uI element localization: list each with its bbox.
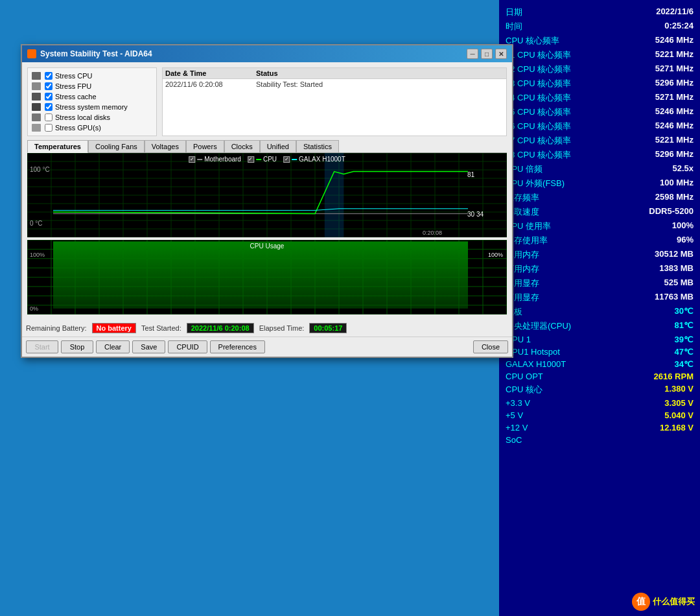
stop-button[interactable]: Stop: [61, 340, 93, 353]
right-panel-row: 可用显存11763 MB: [506, 290, 694, 305]
right-panel-row: CPU 倍频52.5x: [506, 162, 694, 176]
right-panel-value: 39℃: [675, 335, 694, 344]
right-panel-row: #4 CPU 核心频率5271 MHz: [506, 91, 694, 105]
right-panel-label: CPU 外频(FSB): [506, 178, 565, 189]
right-panel-row: 存取速度DDR5-5200: [506, 205, 694, 219]
right-panel-row: GPU 139℃: [506, 333, 694, 346]
checkbox-fpu[interactable]: [45, 82, 52, 90]
right-panel-value: 5271 MHz: [655, 64, 694, 75]
right-panel-label: GPU1 Hotspot: [506, 347, 560, 357]
right-panel-value: 52.5x: [672, 163, 694, 175]
checkbox-disk[interactable]: [45, 113, 52, 121]
title-bar-left: System Stability Test - AIDA64: [27, 49, 152, 58]
battery-label: Remaining Battery:: [26, 324, 87, 332]
log-datetime: 2022/11/6 0:20:08: [165, 80, 256, 88]
close-window-button[interactable]: Close: [473, 340, 508, 353]
right-panel-value: 1.380 V: [664, 384, 694, 396]
right-panel-label: #5 CPU 核心频率: [506, 106, 571, 118]
watermark: 值 什么值得买: [632, 593, 695, 611]
watermark-icon: 值: [632, 593, 650, 611]
right-panel-row: #8 CPU 核心频率5296 MHz: [506, 148, 694, 162]
log-table: Date & Time Status 2022/11/6 0:20:08 Sta…: [162, 67, 507, 136]
stress-item[interactable]: Stress cache: [32, 91, 152, 102]
right-panel-value: 100%: [672, 220, 694, 232]
right-panel-label: SoC: [506, 435, 522, 445]
maximize-button[interactable]: □: [481, 49, 493, 59]
button-bar: Start Stop Clear Save CPUID Preferences …: [22, 337, 512, 357]
tab-statistics[interactable]: Statistics: [296, 140, 339, 152]
right-panel-value: 2616 RPM: [654, 372, 694, 381]
right-panel-value: 30512 MB: [655, 249, 694, 261]
stress-item[interactable]: Stress local disks: [32, 112, 152, 123]
right-panel-label: +5 V: [506, 410, 523, 420]
stress-item[interactable]: Stress system memory: [32, 102, 152, 112]
right-panel-row: SoC: [506, 434, 694, 446]
right-panel-label: #8 CPU 核心频率: [506, 149, 571, 161]
battery-value: No battery: [92, 323, 136, 333]
stress-label: Stress CPU: [55, 72, 92, 80]
test-started-label: Test Started:: [141, 324, 181, 332]
tab-voltages[interactable]: Voltages: [145, 140, 186, 152]
stress-item[interactable]: Stress FPU: [32, 81, 152, 91]
tab-powers[interactable]: Powers: [186, 140, 224, 152]
tab-unified[interactable]: Unified: [260, 140, 296, 152]
right-panel-row: 中央处理器(CPU)81℃: [506, 319, 694, 333]
right-panel-row: 时间0:25:24: [506, 19, 694, 34]
chart-y-max: 100 °C: [30, 166, 50, 173]
legend-galax: ✓ GALAX H1000T: [283, 156, 345, 163]
right-panel-value: 34℃: [675, 359, 694, 369]
right-panel-label: CPU 核心频率: [506, 35, 559, 47]
right-panel-label: #6 CPU 核心频率: [506, 121, 571, 132]
chart-value-30: 30: [467, 211, 474, 218]
checkbox-gpu[interactable]: [45, 124, 52, 132]
checkbox-cpu[interactable]: [45, 72, 52, 80]
stress-label: Stress GPU(s): [55, 124, 101, 132]
title-bar-controls[interactable]: ─ □ ✕: [467, 49, 507, 59]
checkbox-memory[interactable]: [45, 103, 52, 111]
right-panel-label: +12 V: [506, 423, 528, 432]
tab-cooling-fans[interactable]: Cooling Fans: [88, 140, 145, 152]
preferences-button[interactable]: Preferences: [210, 340, 265, 353]
right-panel-label: #1 CPU 核心频率: [506, 49, 571, 61]
right-panel-label: #3 CPU 核心频率: [506, 78, 571, 89]
tab-temperatures[interactable]: Temperatures: [27, 140, 88, 153]
clear-button[interactable]: Clear: [96, 340, 130, 353]
right-panel-label: 中央处理器(CPU): [506, 320, 571, 332]
cpu-y-max: 100%: [30, 252, 45, 258]
stress-item[interactable]: Stress GPU(s): [32, 123, 152, 133]
right-panel-label: #2 CPU 核心频率: [506, 64, 571, 75]
right-panel-row: 显存频率2598 MHz: [506, 191, 694, 205]
right-panel-row: #7 CPU 核心频率5221 MHz: [506, 134, 694, 148]
minimize-button[interactable]: ─: [467, 49, 478, 59]
stress-item[interactable]: Stress CPU: [32, 71, 152, 81]
right-panel-row: GPU1 Hotspot47℃: [506, 346, 694, 358]
temp-chart-canvas: [27, 153, 507, 237]
icon-cpu: [32, 72, 42, 80]
icon-gpu: [32, 124, 42, 132]
right-panel-row: +12 V12.168 V: [506, 421, 694, 434]
close-button[interactable]: ✕: [495, 49, 507, 59]
right-panel-row: #6 CPU 核心频率5246 MHz: [506, 119, 694, 134]
content-area: Stress CPUStress FPUStress cacheStress s…: [22, 62, 512, 320]
right-panel-label: #7 CPU 核心频率: [506, 135, 571, 147]
log-status: Stability Test: Started: [256, 80, 504, 88]
cpu-chart-title: CPU Usage: [250, 243, 285, 250]
legend-label-cpu: CPU: [263, 156, 277, 163]
checkbox-cache[interactable]: [45, 93, 52, 101]
start-button[interactable]: Start: [26, 340, 58, 353]
cpuid-button[interactable]: CPUID: [168, 340, 207, 353]
tab-clocks[interactable]: Clocks: [224, 140, 260, 152]
stress-label: Stress local disks: [55, 113, 110, 121]
main-window: System Stability Test - AIDA64 ─ □ ✕ Str…: [21, 44, 513, 358]
stress-options: Stress CPUStress FPUStress cacheStress s…: [27, 67, 157, 136]
right-panel-row: +5 V5.040 V: [506, 409, 694, 421]
test-started-value: 2022/11/6 0:20:08: [187, 323, 254, 333]
save-button[interactable]: Save: [132, 340, 165, 353]
right-panel-row: #1 CPU 核心频率5221 MHz: [506, 48, 694, 62]
right-panel-value: 30℃: [675, 306, 694, 318]
cpu-chart-canvas: [27, 240, 507, 314]
legend-label-galax: GALAX H1000T: [299, 156, 345, 163]
right-panel-row: 内存使用率96%: [506, 233, 694, 248]
right-panel-row: #2 CPU 核心频率5271 MHz: [506, 62, 694, 77]
right-panel-value: 2022/11/6: [656, 6, 694, 18]
